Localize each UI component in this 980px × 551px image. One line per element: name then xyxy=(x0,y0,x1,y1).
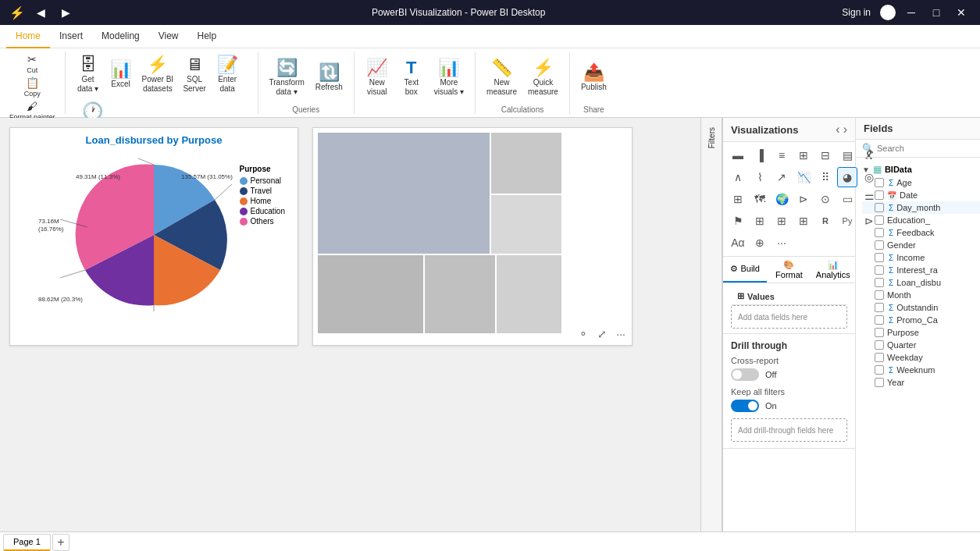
viz-treemap[interactable]: ⊞ xyxy=(728,189,748,209)
refresh-button[interactable]: 🔃 Refresh xyxy=(311,55,347,101)
build-tab[interactable]: ⚙ Build xyxy=(723,257,767,283)
field-weekday[interactable]: Weekday xyxy=(862,351,980,364)
viz-line-column[interactable]: 📉 xyxy=(793,167,814,187)
panel-back-btn[interactable]: ‹ xyxy=(836,123,839,137)
get-data-button[interactable]: 🗄 Getdata ▾ xyxy=(72,52,105,98)
cut-button[interactable]: ✂ Cut xyxy=(6,52,59,73)
transform-data-button[interactable]: 🔄 Transformdata ▾ xyxy=(265,55,309,101)
tab-help[interactable]: Help xyxy=(188,25,226,48)
analytics-tab[interactable]: 📊 Analytics xyxy=(811,257,855,283)
enter-data-button[interactable]: 📝 Enterdata xyxy=(211,52,244,98)
field-promo-checkbox[interactable] xyxy=(875,315,884,325)
viz-kpi[interactable]: ⚑ xyxy=(728,211,748,231)
field-quarter-checkbox[interactable] xyxy=(875,340,884,350)
field-outstanding-checkbox[interactable] xyxy=(875,303,884,312)
viz-card[interactable]: ▭ xyxy=(837,189,857,209)
cross-report-toggle[interactable] xyxy=(731,368,759,381)
copy-button[interactable]: 📋 Copy xyxy=(6,75,59,97)
drill-through-drop-zone[interactable]: Add drill-through fields here xyxy=(731,418,847,442)
viz-gauge[interactable]: ⊙ xyxy=(815,189,836,209)
field-group-header[interactable]: ▼ ▦ BIData xyxy=(862,162,980,176)
field-feedback-checkbox[interactable] xyxy=(875,228,884,237)
more-visuals-button[interactable]: 📊 Morevisuals ▾ xyxy=(429,55,469,101)
values-drop-zone[interactable]: Add data fields here xyxy=(731,305,847,329)
viz-python[interactable]: Py xyxy=(837,211,857,231)
forward-btn[interactable]: ▶ xyxy=(56,3,75,22)
field-purpose-checkbox[interactable] xyxy=(875,328,884,337)
field-interest-checkbox[interactable] xyxy=(875,265,884,275)
minimize-btn[interactable]: ─ xyxy=(902,3,921,22)
viz-shape-map[interactable]: ⊕ xyxy=(750,233,770,253)
new-measure-button[interactable]: 📏 Newmeasure xyxy=(482,55,522,101)
page-tab-1[interactable]: Page 1 xyxy=(3,534,51,551)
maximize-btn[interactable]: □ xyxy=(927,3,946,22)
tab-modeling[interactable]: Modeling xyxy=(92,25,149,48)
keep-filters-toggle[interactable] xyxy=(731,400,759,412)
visual-more-btn[interactable]: ··· xyxy=(613,326,629,342)
format-painter-button[interactable]: 🖌 Format painter xyxy=(6,98,59,120)
field-purpose[interactable]: Purpose xyxy=(862,326,980,339)
viz-bar-chart[interactable]: ▬ xyxy=(728,145,748,165)
field-edu-checkbox[interactable] xyxy=(875,215,884,225)
text-box-button[interactable]: T Textbox xyxy=(395,55,428,101)
close-btn[interactable]: ✕ xyxy=(952,3,971,22)
field-weeknum[interactable]: Σ Weeknum xyxy=(862,364,980,376)
viz-table[interactable]: ⊞ xyxy=(772,211,792,231)
field-feedback[interactable]: Σ Feedback xyxy=(862,226,980,239)
field-month[interactable]: Month xyxy=(862,289,980,301)
viz-column-chart[interactable]: ▐ xyxy=(750,145,770,165)
field-interest[interactable]: Σ Interest_ra xyxy=(862,264,980,276)
sql-server-button[interactable]: 🖥 SQLServer xyxy=(178,52,211,98)
quick-measure-button[interactable]: ⚡ Quickmeasure xyxy=(523,55,563,101)
pie-chart-visual[interactable]: Loan_disbursed by Purpose xyxy=(9,127,298,346)
field-year-checkbox[interactable] xyxy=(875,378,884,387)
viz-filled-map[interactable]: 🌍 xyxy=(772,189,792,209)
field-age[interactable]: Σ Age xyxy=(862,176,980,189)
field-education[interactable]: Education_ xyxy=(862,214,980,226)
field-day-checkbox[interactable] xyxy=(875,203,884,212)
field-day-month[interactable]: Σ Day_month xyxy=(862,201,980,214)
field-month-checkbox[interactable] xyxy=(875,290,884,300)
viz-smart-narrative[interactable]: Aα xyxy=(728,233,748,253)
field-outstanding[interactable]: Σ Outstandin xyxy=(862,301,980,314)
viz-stacked-area[interactable]: ⌇ xyxy=(750,167,770,187)
field-loan-checkbox[interactable] xyxy=(875,278,884,287)
field-date[interactable]: 📅 Date xyxy=(862,189,980,201)
search-input[interactable] xyxy=(877,144,980,153)
field-income[interactable]: Σ Income xyxy=(862,251,980,264)
viz-pie[interactable]: ◕ xyxy=(837,167,857,187)
publish-button[interactable]: 📤 Publish xyxy=(576,55,611,101)
field-weekday-checkbox[interactable] xyxy=(875,353,884,362)
viz-stacked-bar[interactable]: ≡ xyxy=(772,145,792,165)
viz-scatter[interactable]: ⠿ xyxy=(815,167,836,187)
field-year[interactable]: Year xyxy=(862,376,980,389)
field-weeknum-checkbox[interactable] xyxy=(875,365,884,375)
viz-line[interactable]: ↗ xyxy=(772,167,792,187)
format-tab[interactable]: 🎨 Format xyxy=(767,257,811,283)
tab-home[interactable]: Home xyxy=(6,25,50,48)
field-date-checkbox[interactable] xyxy=(875,190,884,200)
viz-matrix[interactable]: ⊞ xyxy=(793,211,814,231)
viz-100-bar[interactable]: ▤ xyxy=(837,145,857,165)
add-page-button[interactable]: + xyxy=(52,534,69,551)
canvas-area[interactable]: Loan_disbursed by Purpose xyxy=(0,118,700,531)
field-age-checkbox[interactable] xyxy=(875,178,884,187)
tab-view[interactable]: View xyxy=(149,25,188,48)
tab-insert[interactable]: Insert xyxy=(50,25,92,48)
viz-area[interactable]: ∧ xyxy=(728,167,748,187)
back-btn[interactable]: ◀ xyxy=(31,3,50,22)
field-loan[interactable]: Σ Loan_disbu xyxy=(862,276,980,289)
power-bi-datasets-button[interactable]: ⚡ Power BIdatasets xyxy=(137,52,179,98)
viz-map[interactable]: 🗺 xyxy=(750,189,770,209)
field-gender[interactable]: Gender xyxy=(862,239,980,251)
visual-filter-btn[interactable]: ⚬ xyxy=(576,326,591,342)
viz-funnel[interactable]: ⊳ xyxy=(793,189,814,209)
viz-r-visual[interactable]: R xyxy=(815,211,836,231)
new-visual-button[interactable]: 📈 Newvisual xyxy=(361,55,394,101)
panel-forward-btn[interactable]: › xyxy=(843,123,847,137)
visual-focus-btn[interactable]: ⤢ xyxy=(594,326,610,342)
field-promo[interactable]: Σ Promo_Ca xyxy=(862,314,980,326)
viz-more[interactable]: ··· xyxy=(772,233,792,253)
field-gender-checkbox[interactable] xyxy=(875,240,884,250)
viz-clustered-bar[interactable]: ⊟ xyxy=(815,145,836,165)
